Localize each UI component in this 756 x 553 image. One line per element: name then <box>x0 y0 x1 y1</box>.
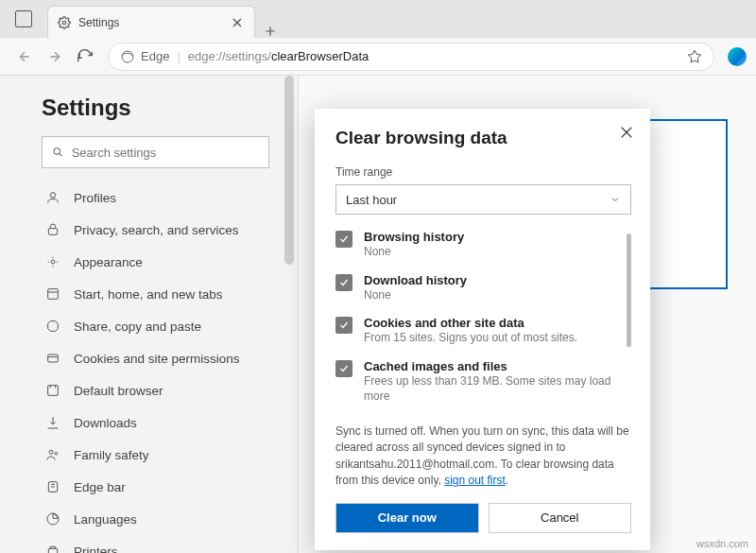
tab-overview-icon[interactable] <box>15 10 32 27</box>
nav-label: Start, home, and new tabs <box>74 287 223 302</box>
settings-nav: ProfilesPrivacy, search, and servicesApp… <box>42 181 269 553</box>
edge-icon <box>120 49 135 64</box>
data-type-list: Browsing historyNoneDownload historyNone… <box>335 230 631 418</box>
nav-icon <box>45 190 60 205</box>
sync-note: Sync is turned off. When you turn on syn… <box>335 423 631 490</box>
toolbar: Edge | edge://settings/clearBrowserData <box>0 38 756 76</box>
sidebar-item[interactable]: Family safety <box>42 439 269 471</box>
svg-rect-3 <box>48 229 57 235</box>
item-sub: Frees up less than 319 MB. Some sites ma… <box>364 374 610 404</box>
settings-sidebar: Settings ProfilesPrivacy, search, and se… <box>0 76 298 553</box>
sidebar-scrollbar[interactable] <box>284 76 294 553</box>
time-range-value: Last hour <box>346 193 397 207</box>
svg-point-8 <box>49 450 53 454</box>
nav-label: Family safety <box>74 448 149 462</box>
checkbox[interactable] <box>335 274 352 291</box>
sidebar-item[interactable]: Downloads <box>42 406 269 439</box>
search-settings[interactable] <box>42 136 269 168</box>
svg-rect-5 <box>48 289 59 300</box>
sidebar-item[interactable]: Privacy, search, and services <box>42 214 269 246</box>
nav-label: Languages <box>74 512 137 527</box>
sign-out-link[interactable]: sign out first <box>444 474 506 487</box>
nav-icon <box>45 383 60 398</box>
nav-label: Privacy, search, and services <box>74 223 239 237</box>
address-bar[interactable]: Edge | edge://settings/clearBrowserData <box>108 43 714 71</box>
arrow-left-icon <box>17 49 32 64</box>
nav-label: Profiles <box>74 191 116 205</box>
favorite-icon[interactable] <box>687 49 702 64</box>
sidebar-item[interactable]: Start, home, and new tabs <box>42 278 269 310</box>
item-title: Browsing history <box>364 230 464 244</box>
nav-label: Printers <box>74 544 118 554</box>
nav-icon <box>45 222 60 237</box>
new-tab-button[interactable] <box>255 25 285 38</box>
item-sub: None <box>364 288 391 302</box>
svg-point-9 <box>55 452 58 455</box>
back-button[interactable] <box>9 42 40 72</box>
close-icon[interactable] <box>618 124 635 141</box>
gear-icon <box>58 16 71 29</box>
checkbox[interactable] <box>335 360 352 377</box>
nav-label: Appearance <box>74 255 143 269</box>
nav-label: Edge bar <box>74 480 126 494</box>
nav-label: Share, copy and paste <box>74 320 201 334</box>
nav-icon <box>45 447 60 462</box>
checkbox[interactable] <box>335 317 352 334</box>
search-input[interactable] <box>72 146 259 160</box>
profile-icon[interactable] <box>728 47 747 66</box>
clear-now-button[interactable]: Clear now <box>335 503 479 533</box>
nav-icon <box>45 286 60 302</box>
address-label: Edge <box>141 49 169 63</box>
nav-icon <box>45 415 60 430</box>
titlebar-left <box>0 0 47 38</box>
tab-title: Settings <box>78 16 230 29</box>
titlebar: Settings <box>0 0 756 38</box>
checkbox[interactable] <box>335 231 352 248</box>
sidebar-item[interactable]: Default browser <box>42 374 269 406</box>
sidebar-item[interactable]: Printers <box>42 535 269 553</box>
arrow-right-icon <box>47 49 62 64</box>
address-separator: | <box>177 49 180 63</box>
sidebar-item[interactable]: Appearance <box>42 246 269 278</box>
check-icon <box>338 320 350 331</box>
data-type-item: Cookies and other site dataFrom 15 sites… <box>335 316 631 346</box>
data-type-item: Download historyNone <box>335 273 631 303</box>
check-icon <box>338 363 350 374</box>
close-tab-icon[interactable] <box>230 15 245 30</box>
browser-tab[interactable]: Settings <box>47 6 255 38</box>
nav-icon <box>45 351 60 366</box>
data-type-item: Cached images and filesFrees up less tha… <box>335 359 631 405</box>
search-icon <box>52 146 64 159</box>
check-icon <box>338 233 350 245</box>
svg-rect-7 <box>48 386 59 396</box>
nav-icon <box>45 254 60 269</box>
svg-rect-12 <box>48 548 57 553</box>
item-sub: From 15 sites. Signs you out of most sit… <box>364 331 577 344</box>
sidebar-item[interactable]: Share, copy and paste <box>42 310 269 342</box>
svg-rect-6 <box>48 354 59 362</box>
chevron-down-icon <box>610 194 621 205</box>
check-icon <box>338 277 350 288</box>
watermark: wsxdn.com <box>696 538 748 549</box>
dialog-scrollbar[interactable] <box>627 233 631 347</box>
item-title: Cookies and other site data <box>364 316 577 330</box>
page-title: Settings <box>42 95 269 121</box>
sidebar-item[interactable]: Languages <box>42 503 269 535</box>
address-url: edge://settings/clearBrowserData <box>188 49 369 63</box>
refresh-icon <box>77 49 93 64</box>
forward-button <box>40 42 70 72</box>
dialog-buttons: Clear now Cancel <box>335 503 631 533</box>
refresh-button[interactable] <box>70 42 100 72</box>
nav-label: Cookies and site permissions <box>74 352 240 366</box>
time-range-select[interactable]: Last hour <box>335 184 631 215</box>
item-title: Download history <box>364 273 467 287</box>
item-sub: None <box>364 245 391 258</box>
nav-label: Downloads <box>74 416 137 430</box>
cancel-button[interactable]: Cancel <box>489 503 632 533</box>
sidebar-item[interactable]: Cookies and site permissions <box>42 342 269 374</box>
plus-icon <box>264 25 277 38</box>
sidebar-item[interactable]: Edge bar <box>42 471 269 503</box>
svg-point-4 <box>51 260 55 264</box>
sidebar-item[interactable]: Profiles <box>42 181 269 214</box>
data-type-item: Browsing historyNone <box>335 230 631 260</box>
